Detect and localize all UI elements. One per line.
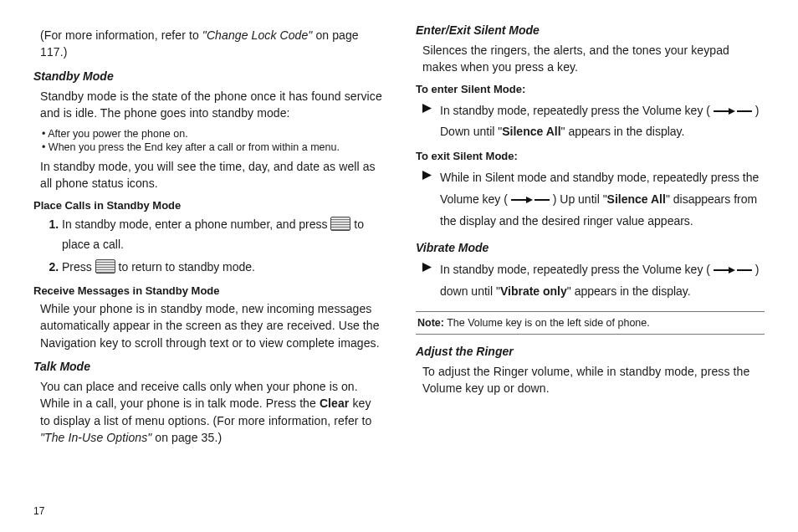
standby-para2: In standby mode, you will see the time, … xyxy=(40,158,382,192)
svg-rect-7 xyxy=(535,199,550,201)
enter-c: " appears in the display. xyxy=(561,125,685,138)
svg-marker-6 xyxy=(526,197,533,203)
svg-marker-8 xyxy=(422,263,432,272)
right-column: Enter/Exit Silent Mode Silences the ring… xyxy=(416,23,765,512)
bullet-end-key: When you press the End key after a call … xyxy=(42,141,382,153)
silent-para: Silences the ringers, the alerts, and th… xyxy=(422,42,765,76)
volume-key-icon xyxy=(714,267,752,274)
triangle-bullet-icon xyxy=(422,263,432,272)
note-box: Note: The Volume key is on the left side… xyxy=(416,311,765,335)
svg-rect-3 xyxy=(737,110,752,112)
step-2: Press to return to standby mode. xyxy=(62,258,382,278)
send-key-icon xyxy=(330,217,350,231)
standby-para1: Standby mode is the state of the phone o… xyxy=(40,88,382,122)
heading-receive-messages: Receive Messages in Standby Mode xyxy=(33,284,382,297)
enter-silent-body: In standby mode, repeatedly press the Vo… xyxy=(440,100,760,144)
vibrate-only: Vibrate only xyxy=(500,284,567,298)
enter-a: In standby mode, repeatedly press the Vo… xyxy=(440,104,714,117)
talk-c: on page 35.) xyxy=(151,431,222,444)
silence-all-1: Silence All xyxy=(502,125,560,138)
vib-c: " appears in the display. xyxy=(567,284,691,298)
vibrate-step: In standby mode, repeatedly press the Vo… xyxy=(422,259,765,303)
exit-silent-step: While in Silent mode and standby mode, r… xyxy=(422,167,765,233)
volume-key-icon xyxy=(714,108,752,115)
heading-vibrate-mode: Vibrate Mode xyxy=(416,241,765,254)
standby-bullets: After you power the phone on. When you p… xyxy=(42,128,382,153)
step2-text-b: to return to standby mode. xyxy=(115,260,255,274)
volume-key-icon xyxy=(511,197,550,203)
page-number: 17 xyxy=(33,505,44,517)
step-1: In standby mode, enter a phone number, a… xyxy=(62,215,382,255)
vib-a: In standby mode, repeatedly press the Vo… xyxy=(440,263,714,276)
heading-enter-silent: To enter Silent Mode: xyxy=(416,83,765,95)
receive-messages-para: While your phone is in standby mode, new… xyxy=(40,300,382,351)
heading-adjust-ringer: Adjust the Ringer xyxy=(416,345,765,358)
note-label: Note: xyxy=(417,317,444,329)
intro-prefix: (For more information, refer to xyxy=(40,28,202,42)
manual-page: (For more information, refer to "Change … xyxy=(0,0,798,532)
enter-silent-step: In standby mode, repeatedly press the Vo… xyxy=(422,100,765,144)
svg-marker-0 xyxy=(422,104,432,113)
svg-marker-4 xyxy=(422,171,432,180)
svg-marker-2 xyxy=(729,108,735,115)
svg-rect-1 xyxy=(714,110,729,112)
triangle-bullet-icon xyxy=(422,104,432,113)
place-call-steps: In standby mode, enter a phone number, a… xyxy=(45,215,382,278)
vibrate-body: In standby mode, repeatedly press the Vo… xyxy=(440,259,760,303)
heading-exit-silent: To exit Silent Mode: xyxy=(416,150,765,162)
silence-all-2: Silence All xyxy=(607,192,666,206)
heading-silent-mode: Enter/Exit Silent Mode xyxy=(416,23,765,37)
heading-talk-mode: Talk Mode xyxy=(33,360,382,373)
adjust-ringer-para: To adjust the Ringer volume, while in st… xyxy=(422,363,765,397)
svg-rect-11 xyxy=(737,269,752,271)
svg-marker-10 xyxy=(729,267,735,274)
talk-mode-para: You can place and receive calls only whe… xyxy=(40,378,382,446)
exit-silent-body: While in Silent mode and standby mode, r… xyxy=(440,167,760,233)
heading-standby-mode: Standby Mode xyxy=(33,69,382,83)
exit-b: ) Up until " xyxy=(550,192,607,206)
left-column: (For more information, refer to "Change … xyxy=(33,23,382,512)
intro-ref: "Change Lock Code" xyxy=(202,28,313,42)
svg-rect-9 xyxy=(714,269,729,271)
bullet-power-on: After you power the phone on. xyxy=(42,128,382,140)
svg-rect-5 xyxy=(511,199,526,201)
step2-text-a: Press xyxy=(62,260,95,274)
step1-text-a: In standby mode, enter a phone number, a… xyxy=(62,217,330,231)
heading-place-calls: Place Calls in Standby Mode xyxy=(33,199,382,212)
cross-ref-intro: (For more information, refer to "Change … xyxy=(40,27,382,61)
clear-key-label: Clear xyxy=(320,396,350,410)
triangle-bullet-icon xyxy=(422,171,432,180)
note-text: The Volume key is on the left side of ph… xyxy=(444,317,650,329)
talk-ref: "The In-Use Options" xyxy=(40,431,151,444)
talk-a: You can place and receive calls only whe… xyxy=(40,380,358,410)
end-key-icon xyxy=(95,259,115,274)
